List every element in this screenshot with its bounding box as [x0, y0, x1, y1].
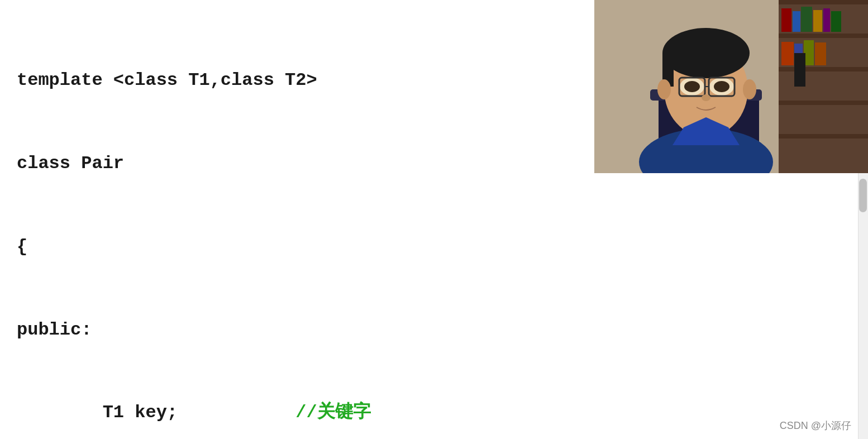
- svg-rect-11: [823, 8, 830, 32]
- svg-rect-5: [779, 101, 868, 105]
- svg-point-35: [743, 79, 756, 99]
- webcam-container: [594, 0, 868, 173]
- code-text: T1 key;: [17, 402, 295, 423]
- code-text: public:: [17, 319, 92, 340]
- svg-point-34: [657, 79, 671, 99]
- svg-rect-13: [781, 42, 794, 65]
- svg-point-28: [684, 81, 700, 92]
- svg-point-33: [702, 94, 710, 101]
- svg-rect-16: [815, 42, 826, 65]
- svg-rect-12: [831, 11, 841, 32]
- svg-point-29: [714, 81, 729, 92]
- svg-rect-6: [779, 134, 868, 139]
- svg-rect-2: [779, 0, 868, 4]
- code-text: {: [17, 236, 27, 257]
- svg-point-23: [662, 28, 750, 78]
- watermark: CSDN @小源仔: [780, 419, 851, 432]
- scrollbar-thumb[interactable]: [859, 179, 867, 212]
- main-container: template <class T1,class T2> class Pair …: [0, 0, 868, 439]
- code-line-4: public:: [17, 316, 851, 344]
- code-line-5: T1 key; //关键字: [17, 399, 851, 427]
- svg-rect-3: [779, 34, 868, 38]
- code-text: class Pair: [17, 153, 124, 174]
- code-comment: //关键字: [295, 402, 370, 423]
- code-line-3: {: [17, 233, 851, 261]
- webcam-feed: [594, 0, 868, 173]
- svg-rect-10: [813, 10, 822, 32]
- svg-rect-9: [801, 7, 812, 32]
- svg-rect-7: [781, 8, 791, 32]
- svg-rect-25: [794, 53, 805, 87]
- scrollbar[interactable]: [858, 173, 868, 439]
- svg-rect-4: [779, 67, 868, 71]
- code-text: template <class T1,class T2>: [17, 70, 317, 90]
- svg-rect-8: [793, 11, 800, 32]
